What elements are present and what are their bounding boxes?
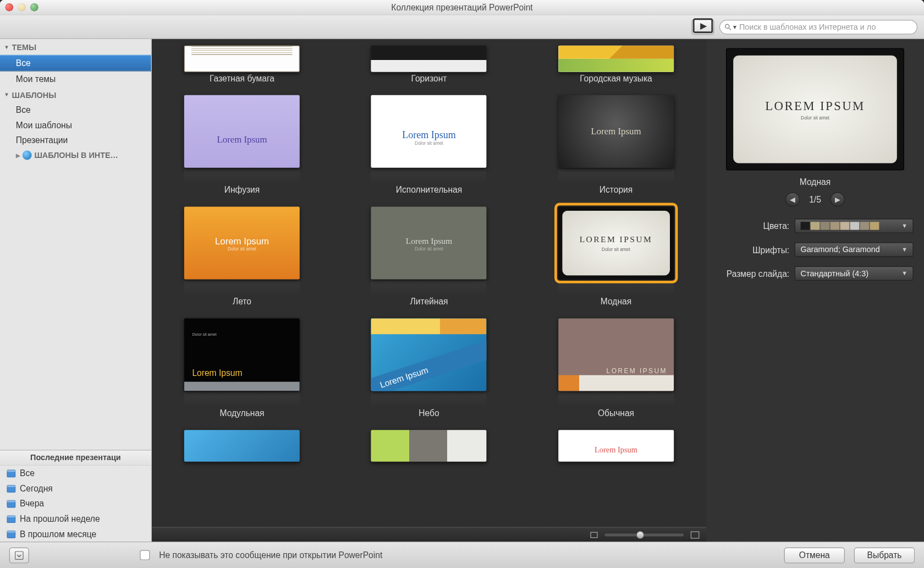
choose-button[interactable]: Выбрать — [854, 547, 915, 563]
svg-rect-6 — [7, 485, 15, 487]
template-row4c[interactable]: Lorem Ipsum — [546, 430, 686, 462]
recent-today[interactable]: Сегодня — [0, 481, 151, 496]
svg-rect-13 — [591, 532, 597, 538]
calendar-icon — [7, 468, 16, 478]
slide-size-label: Размер слайда: — [717, 269, 795, 278]
calendar-icon — [7, 514, 16, 523]
preview-template-name: Модная — [800, 177, 831, 187]
recent-last-month[interactable]: В прошлом месяце — [0, 526, 151, 542]
sidebar-header-templates[interactable]: ШАБЛОНЫ — [0, 86, 151, 102]
search-icon — [724, 23, 732, 30]
sidebar-item-online-templates[interactable]: ▶ ШАБЛОНЫ В ИНТЕ… — [0, 148, 151, 162]
search-placeholder: Поиск в шаблонах из Интернета и ло — [739, 22, 876, 31]
calendar-icon — [7, 499, 16, 509]
template-nebo[interactable]: Lorem IpsumНебо — [359, 318, 499, 418]
collapse-sidebar-button[interactable] — [9, 547, 29, 563]
thumb-small-icon[interactable] — [590, 531, 598, 538]
recent-yesterday[interactable]: Вчера — [0, 496, 151, 511]
template-gallery: Газетная бумага Горизонт Городская музык… — [152, 39, 706, 542]
sidebar-item-my-templates[interactable]: Мои шаблоны — [0, 118, 151, 133]
template-leto[interactable]: Lorem IpsumDolor sit ametЛето — [172, 207, 312, 307]
template-row4b[interactable] — [359, 430, 499, 462]
thumb-large-icon[interactable] — [690, 530, 700, 539]
sidebar-item-all-themes[interactable]: Все — [0, 55, 151, 72]
recent-all[interactable]: Все — [0, 466, 151, 481]
chevron-down-icon: ▼ — [901, 270, 908, 277]
preview-thumbnail: LOREM IPSUM Dolor sit amet — [726, 48, 904, 171]
colors-dropdown[interactable]: ▼ — [795, 219, 914, 233]
template-gorod[interactable]: Городская музыка — [546, 46, 686, 83]
slideshow-button[interactable] — [692, 19, 714, 35]
preview-page-indicator: 1/5 — [809, 194, 821, 204]
sidebar: ТЕМЫ Все Мои темы ШАБЛОНЫ Все Мои шаблон… — [0, 39, 152, 542]
svg-line-2 — [729, 28, 731, 30]
colors-label: Цвета: — [717, 221, 795, 231]
color-swatches — [801, 222, 879, 230]
template-horizont[interactable]: Горизонт — [359, 46, 499, 83]
template-infuzia[interactable]: Lorem IpsumИнфузия — [172, 95, 312, 195]
chevron-down-icon: ▼ — [901, 222, 908, 229]
template-ispolnit[interactable]: Lorem IpsumDolor sit ametИсполнительная — [359, 95, 499, 195]
svg-rect-14 — [691, 531, 698, 538]
sidebar-item-presentations[interactable]: Презентации — [0, 133, 151, 148]
preview-pane: LOREM IPSUM Dolor sit amet Модная ◀ 1/5 … — [706, 39, 924, 542]
cancel-button[interactable]: Отмена — [784, 547, 845, 563]
fonts-dropdown[interactable]: Garamond; Garamond ▼ — [795, 242, 914, 256]
calendar-icon — [7, 529, 16, 539]
dont-show-checkbox[interactable] — [140, 550, 150, 560]
chevron-down-icon: ▼ — [901, 247, 908, 253]
calendar-icon — [7, 484, 16, 493]
svg-rect-12 — [7, 531, 15, 532]
search-input[interactable]: ▾ Поиск в шаблонах из Интернета и ло — [719, 19, 917, 34]
svg-rect-10 — [7, 515, 15, 517]
window-title: Коллекция презентаций PowerPoint — [0, 2, 924, 12]
zoom-slider[interactable] — [604, 533, 684, 536]
sidebar-header-themes[interactable]: ТЕМЫ — [0, 39, 151, 55]
svg-rect-15 — [15, 551, 23, 559]
sidebar-item-my-themes[interactable]: Мои темы — [0, 72, 151, 87]
template-modnaya[interactable]: LOREM IPSUMDolor sit ametМодная — [546, 207, 686, 307]
chevron-down-boxed-icon — [14, 550, 24, 560]
svg-point-1 — [725, 24, 729, 28]
template-istoria[interactable]: Lorem IpsumИстория — [546, 95, 686, 195]
template-litejn[interactable]: Lorem IpsumDolor sit ametЛитейная — [359, 207, 499, 307]
fonts-label: Шрифты: — [717, 245, 795, 255]
dont-show-label: Не показывать это сообщение при открытии… — [159, 550, 775, 560]
template-chooser-window: Коллекция презентаций PowerPoint ▾ Поиск… — [0, 0, 924, 568]
preview-next-button[interactable]: ▶ — [831, 192, 845, 206]
globe-icon — [23, 151, 32, 160]
titlebar: Коллекция презентаций PowerPoint — [0, 0, 924, 15]
gallery-footer — [152, 527, 706, 542]
template-row4a[interactable] — [172, 430, 312, 462]
bottom-bar: Не показывать это сообщение при открытии… — [0, 542, 924, 568]
toolbar: ▾ Поиск в шаблонах из Интернета и ло — [0, 15, 924, 39]
sidebar-item-all-templates[interactable]: Все — [0, 102, 151, 118]
svg-rect-8 — [7, 500, 15, 502]
template-obych[interactable]: LOREM IPSUMОбычная — [546, 318, 686, 418]
recent-header: Последние презентаци — [0, 450, 151, 466]
slide-size-dropdown[interactable]: Стандартный (4:3) ▼ — [795, 266, 914, 281]
recent-last-week[interactable]: На прошлой неделе — [0, 511, 151, 527]
preview-prev-button[interactable]: ◀ — [785, 192, 800, 206]
template-modul[interactable]: Dolor sit ametLorem IpsumМодульная — [172, 318, 312, 418]
template-gazeta[interactable]: Газетная бумага — [172, 46, 312, 83]
svg-rect-4 — [7, 470, 15, 472]
